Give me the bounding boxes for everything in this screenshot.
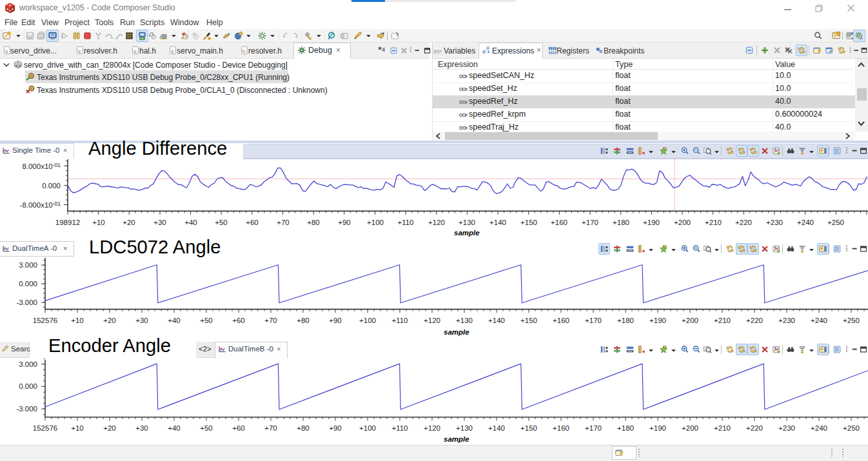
svg-text:+250: +250: [843, 424, 860, 432]
svg-text:sample: sample: [454, 229, 480, 237]
svg-text:+50: +50: [200, 317, 213, 324]
svg-text:+20: +20: [123, 219, 135, 226]
svg-text:+140: +140: [488, 424, 505, 432]
svg-text:+90: +90: [329, 317, 342, 324]
svg-text:c: c: [133, 48, 136, 54]
svg-text:+130: +130: [456, 317, 473, 324]
svg-text:+50: +50: [200, 424, 213, 432]
svg-text:+220: +220: [746, 424, 763, 432]
svg-text:+50: +50: [215, 219, 228, 226]
svg-text:+200: +200: [682, 424, 698, 432]
svg-text:+140: +140: [488, 317, 505, 324]
svg-text:+20: +20: [103, 424, 116, 432]
svg-text:+100: +100: [359, 424, 376, 432]
svg-text:+110: +110: [391, 424, 408, 432]
svg-text:+160: +160: [551, 219, 567, 226]
svg-text:8.000x10-01: 8.000x10-01: [22, 162, 61, 170]
svg-text:+250: +250: [827, 219, 844, 226]
svg-text:+70: +70: [264, 317, 277, 324]
svg-text:+120: +120: [424, 317, 440, 324]
svg-text:+110: +110: [391, 317, 408, 324]
svg-text:+220: +220: [735, 219, 752, 226]
svg-text:+20: +20: [103, 317, 116, 324]
svg-text:+230: +230: [778, 317, 795, 324]
svg-text:+60: +60: [232, 424, 245, 432]
svg-text:+40: +40: [168, 317, 181, 324]
svg-text:c: c: [5, 48, 8, 54]
svg-text:c: c: [171, 48, 173, 54]
svg-text:+10: +10: [92, 219, 105, 226]
svg-text:+180: +180: [617, 317, 634, 324]
svg-text:+10: +10: [71, 424, 84, 432]
svg-text:+170: +170: [585, 424, 602, 432]
svg-text:+240: +240: [797, 219, 814, 226]
svg-text:+30: +30: [135, 317, 148, 324]
svg-text:sample: sample: [444, 435, 469, 443]
svg-text:152576: 152576: [33, 317, 57, 324]
svg-text:+30: +30: [153, 219, 166, 226]
svg-text:3.000: 3.000: [19, 360, 37, 368]
svg-text:+150: +150: [520, 424, 537, 432]
svg-text:+30: +30: [135, 424, 148, 432]
svg-text:3.000: 3.000: [19, 261, 37, 269]
svg-text:+130: +130: [456, 424, 473, 432]
svg-text:+190: +190: [649, 317, 666, 324]
svg-text:+120: +120: [424, 424, 440, 432]
svg-text:+240: +240: [811, 424, 827, 432]
svg-text:(x)=: (x)=: [433, 48, 442, 54]
svg-text:+100: +100: [367, 219, 384, 226]
svg-text:+80: +80: [307, 219, 320, 226]
svg-text:+60: +60: [232, 317, 245, 324]
svg-text:+140: +140: [489, 219, 506, 226]
svg-text:+110: +110: [397, 219, 413, 226]
svg-text:+80: +80: [297, 424, 310, 432]
svg-text:sample: sample: [444, 328, 469, 336]
svg-text:+200: +200: [674, 219, 691, 226]
svg-text:+100: +100: [359, 317, 376, 324]
svg-text:198912: 198912: [55, 219, 80, 226]
svg-text:+80: +80: [297, 317, 310, 324]
svg-text:+180: +180: [617, 424, 634, 432]
svg-text:-8.000x10-01: -8.000x10-01: [20, 201, 61, 209]
svg-text:+120: +120: [428, 219, 445, 226]
svg-text:+90: +90: [338, 219, 351, 226]
svg-text:+70: +70: [277, 219, 290, 226]
svg-text:+40: +40: [184, 219, 197, 226]
svg-text:+210: +210: [714, 424, 731, 432]
svg-text:+160: +160: [553, 317, 569, 324]
svg-text:+150: +150: [520, 219, 537, 226]
svg-text:+180: +180: [613, 219, 629, 226]
svg-text:+90: +90: [329, 424, 342, 432]
svg-text:+170: +170: [582, 219, 598, 226]
svg-text:+190: +190: [643, 219, 660, 226]
svg-text:+70: +70: [264, 424, 277, 432]
svg-text:+220: +220: [746, 317, 763, 324]
svg-text:+210: +210: [714, 317, 731, 324]
svg-text:+170: +170: [585, 317, 602, 324]
svg-text:+40: +40: [168, 424, 181, 432]
svg-text:+230: +230: [766, 219, 783, 226]
svg-text:+190: +190: [649, 424, 666, 432]
svg-text:-3.000: -3.000: [16, 299, 37, 306]
svg-text:+10: +10: [71, 317, 84, 324]
svg-text:+240: +240: [811, 317, 827, 324]
svg-text:152576: 152576: [33, 424, 57, 432]
svg-text:+230: +230: [778, 424, 795, 432]
svg-text:0.000: 0.000: [19, 382, 37, 390]
svg-text:+130: +130: [459, 219, 475, 226]
svg-text:c: c: [78, 48, 81, 54]
svg-text:+150: +150: [520, 317, 537, 324]
svg-text:h: h: [242, 48, 245, 54]
svg-text:0.000: 0.000: [42, 182, 61, 190]
svg-text:+60: +60: [246, 219, 259, 226]
svg-text:+160: +160: [553, 424, 569, 432]
svg-text:0.000: 0.000: [19, 280, 37, 288]
svg-text:+250: +250: [843, 317, 860, 324]
svg-text:+200: +200: [682, 317, 698, 324]
svg-text:-3.000: -3.000: [16, 405, 37, 413]
svg-text:+210: +210: [705, 219, 722, 226]
